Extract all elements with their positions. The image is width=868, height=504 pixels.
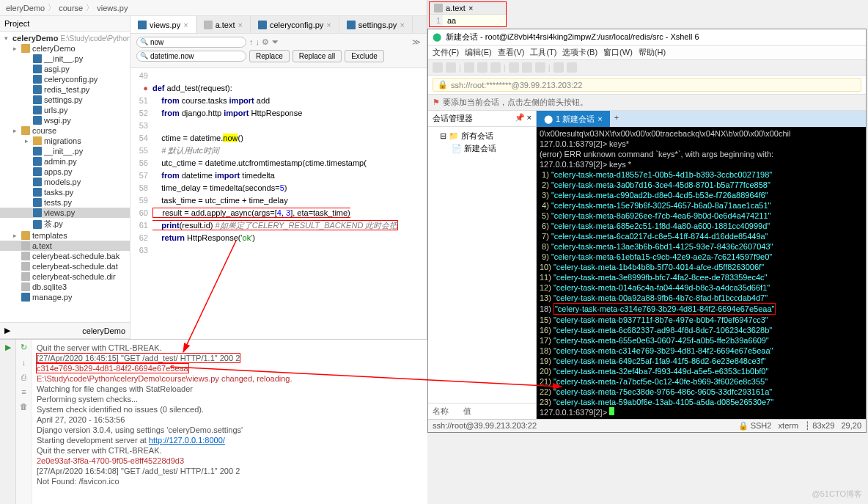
menu-item[interactable]: 工具(T) (530, 47, 556, 58)
close-icon[interactable]: × (183, 21, 188, 29)
close-icon[interactable]: × (468, 4, 473, 12)
trash-icon[interactable]: 🗑 (20, 402, 28, 411)
tree-root[interactable]: celeryDemo (12, 34, 58, 43)
project-tree[interactable]: ▾celeryDemo E:\Study\code\Python ▸celery… (0, 32, 130, 322)
menu-item[interactable]: 帮助(H) (639, 47, 666, 58)
tree-item[interactable]: celerybeat-schedule.dat (0, 261, 130, 271)
find-replace-bar: now ↑ ↓ ⚙ ⏷ ≫ datetime.now Replace Repla… (130, 34, 427, 68)
tree-item[interactable]: ▸celeryDemo (0, 43, 130, 54)
close-icon[interactable]: × (597, 114, 602, 123)
toolbar-icon[interactable] (535, 62, 545, 73)
tree-item[interactable]: admin.py (0, 156, 130, 167)
project-header[interactable]: Project (0, 16, 130, 32)
tree-item[interactable]: db.sqlite3 (0, 282, 130, 292)
python-icon (33, 198, 42, 207)
tree-item[interactable]: manage.py (0, 292, 130, 302)
console-side-toolbar[interactable]: ↻ ↓ ⎙ ≡ 🗑 (16, 340, 32, 504)
tree-item[interactable]: wsgi.py (0, 115, 130, 125)
toolbar-icon[interactable] (553, 62, 564, 73)
xshell-toolbar[interactable]: | | | (428, 60, 866, 76)
mini-gutter: 1 (430, 15, 443, 26)
tree-item[interactable]: redis_test.py (0, 84, 130, 95)
editor-tab[interactable]: settings.py × (339, 16, 413, 33)
xshell-menubar[interactable]: 文件(F)编辑(E)查看(V)工具(T)选项卡(B)窗口(W)帮助(H) (428, 45, 866, 60)
find-input[interactable]: now (136, 37, 246, 48)
menu-item[interactable]: 文件(F) (433, 47, 459, 58)
toolbar-icon[interactable] (433, 62, 443, 73)
editor-tab[interactable]: celeryconfig.py × (251, 16, 339, 33)
tree-item[interactable]: ▸migrations (0, 136, 130, 146)
toolbar-icon[interactable] (477, 62, 488, 73)
terminal-wrap: ⬤ 1 新建会话 × + 0\x00resultq\x03NX\t\x00\x0… (537, 111, 866, 419)
up-icon[interactable]: ⎙ (21, 373, 26, 381)
file-icon (21, 252, 30, 260)
menu-item[interactable]: 查看(V) (498, 47, 525, 58)
tree-item[interactable]: apps.py (0, 167, 130, 177)
mini-text[interactable]: aa (443, 15, 506, 26)
tree-item[interactable]: celerybeat-schedule.dir (0, 271, 130, 282)
python-icon (33, 65, 42, 73)
file-icon (21, 282, 30, 291)
editor-tab[interactable]: views.py × (130, 16, 196, 33)
tree-item[interactable]: a.text (0, 241, 130, 251)
tree-item[interactable]: models.py (0, 177, 130, 187)
tree-item[interactable]: tasks.py (0, 187, 130, 197)
breadcrumb-item[interactable]: course (59, 4, 83, 12)
terminal-tabs[interactable]: ⬤ 1 新建会话 × + (537, 111, 866, 127)
close-icon[interactable]: × (400, 21, 404, 29)
pin-icon[interactable]: 📌 × (515, 113, 532, 124)
menu-item[interactable]: 选项卡(B) (562, 47, 597, 58)
address-bar[interactable]: 🔒ssh://root:********@39.99.213.203:22 (433, 78, 861, 92)
toolbar-icon[interactable] (464, 62, 474, 73)
close-icon[interactable]: × (238, 21, 243, 29)
tree-item[interactable]: ▸course (0, 125, 130, 136)
scroll-icon[interactable]: ≡ (21, 387, 26, 396)
session-tree[interactable]: ⊟ 📁 所有会话 📄 新建会话 (428, 127, 536, 403)
code-editor[interactable]: 49●51525354555657585960616263 def add_te… (130, 68, 427, 339)
tree-item[interactable]: urls.py (0, 105, 130, 115)
replace-button[interactable]: Replace (249, 50, 290, 62)
mini-tab[interactable]: a.text × (430, 2, 506, 15)
menu-item[interactable]: 编辑(E) (465, 47, 492, 58)
run-icon[interactable]: ▶ (5, 343, 11, 352)
toolbar-icon[interactable] (522, 62, 532, 73)
toolbar-icon[interactable] (446, 62, 456, 73)
toolbar-icon[interactable] (490, 62, 501, 73)
add-tab-button[interactable]: + (610, 111, 623, 127)
find-nav-icons[interactable]: ↑ ↓ ⚙ ⏷ (249, 37, 279, 47)
xshell-titlebar[interactable]: ⬤ 新建会话 - root@iZ8vbi4t4rsi4king2impwZ:/u… (428, 29, 866, 45)
tree-item[interactable]: asgi.py (0, 64, 130, 74)
code-lines[interactable]: def add_test(request): from course.tasks… (152, 68, 427, 339)
terminal-tab[interactable]: ⬤ 1 新建会话 × (537, 111, 610, 127)
file-icon (204, 21, 213, 29)
replace-all-button[interactable]: Replace all (293, 50, 342, 62)
terminal[interactable]: 0\x00resultq\x03NX\t\x00\x00\x00tracebac… (537, 127, 866, 419)
toolbar-icon[interactable] (509, 62, 519, 73)
tree-item[interactable]: views.py (0, 208, 130, 218)
close-icon[interactable]: × (326, 21, 331, 29)
breadcrumb-item[interactable]: eleryDemo (6, 4, 45, 12)
breadcrumb-item[interactable]: views.py (97, 4, 128, 12)
menu-item[interactable]: 窗口(W) (603, 47, 633, 58)
tree-item[interactable]: __init__.py (0, 54, 130, 64)
python-icon (33, 116, 42, 125)
toolbar-icon[interactable] (567, 62, 577, 73)
tree-item[interactable]: ▸templates (0, 230, 130, 241)
run-config-bar[interactable]: ▶celeryDemo (0, 322, 130, 339)
console-output[interactable]: Quit the server with CTRL-BREAK.[27/Apr/… (32, 340, 427, 504)
close-icon[interactable]: ≫ (412, 37, 421, 47)
stop-icon[interactable]: ↓ (22, 358, 26, 367)
tree-item[interactable]: tests.py (0, 197, 130, 208)
console-tab-strip[interactable]: ▶ (0, 340, 16, 504)
editor-tab[interactable]: a.text × (196, 16, 251, 33)
tree-item[interactable]: settings.py (0, 95, 130, 105)
replace-input[interactable]: datetime.now (136, 51, 246, 62)
tree-item[interactable]: __init__.py (0, 146, 130, 156)
run-config-label: celeryDemo (82, 326, 125, 335)
rerun-icon[interactable]: ↻ (21, 343, 27, 352)
tree-item[interactable]: celeryconfig.py (0, 74, 130, 84)
exclude-button[interactable]: Exclude (345, 50, 384, 62)
file-icon (258, 21, 267, 29)
tree-item[interactable]: celerybeat-schedule.bak (0, 251, 130, 261)
tree-item[interactable]: 茶.py (0, 218, 130, 230)
